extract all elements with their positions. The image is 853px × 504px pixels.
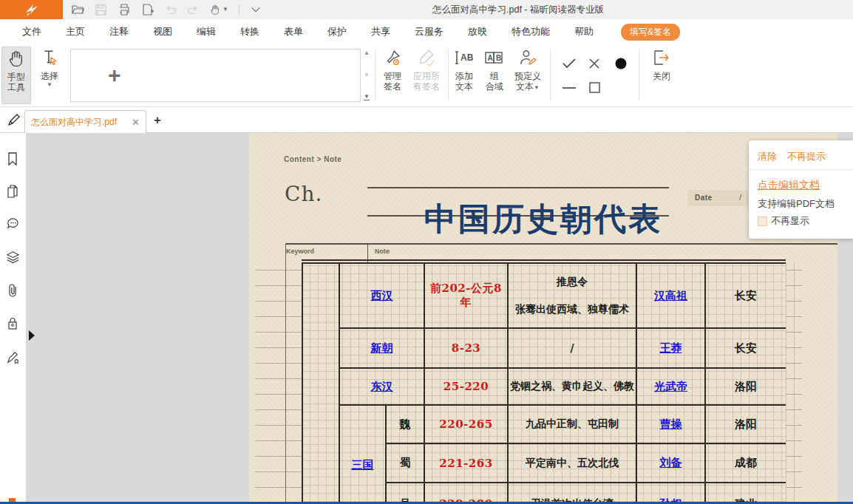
predefined-text-label1: 预定义	[514, 72, 541, 82]
square-mark-button[interactable]	[585, 80, 603, 95]
save-icon[interactable]	[95, 4, 107, 16]
menu-item-12[interactable]: 特色功能	[512, 25, 550, 38]
date-label: Date	[695, 194, 713, 202]
chapter-label: Ch.	[285, 182, 322, 206]
navigation-sidebar	[0, 133, 26, 502]
new-tab-button[interactable]: +	[154, 113, 161, 128]
manage-signature-button[interactable]: 管理 签名	[378, 47, 407, 92]
check-icon	[561, 57, 577, 70]
popup-no-prompt-link[interactable]: 不再提示	[787, 150, 826, 163]
dot-mark-button[interactable]	[614, 56, 628, 71]
menu-item-9[interactable]: 共享	[371, 25, 390, 38]
customize-toolbar-icon[interactable]	[250, 4, 262, 16]
menu-item-7[interactable]: 表单	[284, 25, 303, 38]
scroll-up-icon[interactable]: ▲	[364, 50, 370, 56]
security-panel-icon[interactable]	[6, 316, 19, 331]
pages-panel-icon[interactable]	[6, 184, 19, 199]
layers-panel-icon[interactable]	[6, 250, 20, 264]
predefined-text-icon	[518, 48, 537, 67]
close-button-label: 关闭	[653, 72, 670, 82]
foxit-reader-window: ▼ 怎么面对高中学习.pdf - 福昕阅读器专业版 文件主页注释视图编辑转换表单…	[0, 0, 853, 504]
new-page-icon[interactable]	[141, 3, 154, 16]
dont-show-checkbox[interactable]	[758, 217, 767, 226]
menu-item-3[interactable]: 注释	[109, 25, 129, 38]
popup-edit-document-link[interactable]: 点击编辑文档	[758, 179, 820, 192]
ribbon-separator	[448, 49, 449, 101]
select-tool-caret: ▼	[47, 82, 52, 88]
close-fill-sign-button[interactable]: 关闭	[646, 47, 677, 82]
combo-field-label1: 组	[490, 72, 499, 82]
dynasty-years: 229-280	[424, 483, 508, 502]
line-mark-button[interactable]	[560, 84, 578, 92]
ruled-lines-left	[255, 262, 302, 502]
dynasty-capital: 长安	[705, 263, 786, 328]
menu-item-10[interactable]: 云服务	[415, 25, 444, 38]
add-text-label2: 文本	[455, 82, 473, 92]
menu-item-5[interactable]: 编辑	[197, 25, 216, 38]
menu-item-4[interactable]: 视图	[153, 25, 172, 38]
table-row: 东汉25-220党锢之祸、黄巾起义、佛教光武帝洛阳	[302, 368, 786, 405]
pencil-annotation-icon[interactable]	[6, 112, 22, 128]
bookmarks-panel-icon[interactable]	[6, 151, 19, 166]
document-tab-label: 怎么面对高中学习.pdf	[31, 116, 127, 129]
select-tool-button[interactable]: 选择 ▼	[34, 47, 65, 88]
header-rule-line	[367, 187, 669, 188]
apply-all-signatures-button: 应用所 有签名	[407, 47, 446, 92]
redo-icon[interactable]	[187, 4, 199, 16]
dynasty-name: 蜀	[386, 443, 424, 483]
date-separator: /	[739, 193, 741, 202]
hand-tool-caret[interactable]: ▼	[222, 7, 228, 13]
add-text-icon: AB	[452, 49, 477, 67]
dynasty-years: 221-263	[424, 443, 508, 483]
manage-signature-icon	[383, 48, 402, 67]
comments-panel-icon[interactable]	[6, 217, 20, 231]
signature-list-box[interactable]: +	[70, 49, 361, 102]
dynasty-capital: 洛阳	[705, 368, 786, 405]
dynasty-capital: 洛阳	[705, 405, 786, 443]
menu-item-11[interactable]: 放映	[468, 25, 487, 38]
attachments-panel-icon[interactable]	[6, 283, 19, 298]
dynasty-name: 东汉	[339, 368, 424, 405]
dynasty-years: 8-23	[424, 328, 508, 368]
cross-mark-button[interactable]	[585, 55, 603, 72]
add-text-button[interactable]: AB 添加 文本	[449, 47, 479, 92]
cross-icon	[588, 57, 601, 70]
sidebar-expand-handle[interactable]	[29, 330, 35, 341]
menu-item-6[interactable]: 转换	[240, 25, 259, 38]
add-signature-plus[interactable]: +	[108, 64, 121, 86]
keyword-column-label: Keyword	[286, 248, 314, 255]
dynasty-group: 三国	[339, 405, 386, 502]
menu-item-1[interactable]: 文件	[22, 25, 41, 38]
dynasty-years: 25-220	[424, 368, 508, 405]
open-file-icon[interactable]	[71, 3, 84, 16]
tab-close-icon[interactable]: ✕	[132, 117, 140, 128]
popup-clear-link[interactable]: 清除	[758, 150, 777, 163]
undo-icon[interactable]	[165, 4, 177, 16]
signatures-panel-icon[interactable]	[6, 350, 20, 364]
check-mark-button[interactable]	[560, 55, 578, 72]
apply-signatures-label1: 应用所	[413, 72, 440, 82]
svg-text:B: B	[496, 54, 501, 62]
apply-signatures-icon	[417, 48, 436, 67]
dynasty-name: 魏	[386, 405, 424, 443]
document-tab[interactable]: 怎么面对高中学习.pdf ✕	[24, 110, 146, 133]
scroll-end-icon[interactable]: ▼	[364, 94, 370, 101]
scroll-down-icon[interactable]: ▼	[364, 72, 370, 78]
line-icon	[562, 86, 577, 90]
predefined-text-button[interactable]: 预定义 文本▼	[509, 47, 547, 92]
hand-tool-icon[interactable]	[209, 4, 221, 16]
print-icon[interactable]	[118, 3, 131, 16]
dynasty-founder: 光武帝	[636, 368, 705, 405]
toolbar-separator	[239, 4, 239, 15]
menu-item-13[interactable]: 帮助	[574, 25, 594, 38]
square-icon	[588, 81, 601, 94]
menu-item-8[interactable]: 保护	[327, 25, 347, 38]
fill-sign-badge[interactable]: 填写&签名	[621, 24, 680, 41]
hand-tool-label1: 手型	[7, 72, 25, 83]
hand-tool-button[interactable]: 手型 工具	[1, 47, 31, 104]
combo-field-button[interactable]: A B 组 合域	[481, 47, 508, 92]
menu-item-2[interactable]: 主页	[66, 25, 85, 38]
ruled-lines-right	[786, 262, 802, 502]
foxit-logo[interactable]	[0, 0, 63, 19]
dynasty-events: 党锢之祸、黄巾起义、佛教	[508, 368, 636, 405]
